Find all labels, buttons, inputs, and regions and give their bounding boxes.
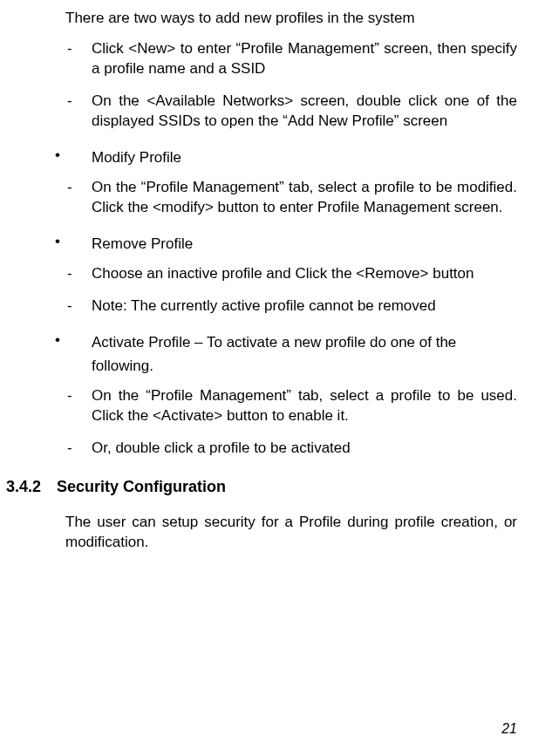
dash-marker-icon: - <box>65 178 92 218</box>
bullet-heading: • Modify Profile <box>55 146 517 169</box>
section-body-text: The user can setup security for a Profil… <box>65 513 517 553</box>
list-item-text: Choose an inactive profile and Click the… <box>92 264 517 284</box>
bullet-heading: • Remove Profile <box>55 232 517 255</box>
intro-text: There are two ways to add new profiles i… <box>65 9 517 29</box>
list-item-text: On the “Profile Management” tab, select … <box>92 386 517 426</box>
list-item-text: On the “Profile Management” tab, select … <box>92 178 517 218</box>
section-heading: 3.4.2 Security Configuration <box>6 476 517 497</box>
section-number: 3.4.2 <box>6 476 57 497</box>
dash-marker-icon: - <box>65 439 92 459</box>
list-item-text: Click <New> to enter “Profile Management… <box>92 39 517 79</box>
page-number: 21 <box>501 721 517 737</box>
list-item-text: Note: The currently active profile canno… <box>92 296 517 317</box>
dash-marker-icon: - <box>65 92 92 132</box>
list-item: - On the “Profile Management” tab, selec… <box>65 386 517 426</box>
document-page: There are two ways to add new profiles i… <box>65 9 517 553</box>
bullet-heading-text: Activate Profile – To activate a new pro… <box>92 330 517 378</box>
list-item-text: Or, double click a profile to be activat… <box>92 439 517 459</box>
bullet-icon: • <box>55 232 92 255</box>
bullet-icon: • <box>55 330 92 378</box>
bullet-heading-text: Modify Profile <box>92 146 517 169</box>
list-item: - On the “Profile Management” tab, selec… <box>65 178 517 218</box>
list-item: - Note: The currently active profile can… <box>65 296 517 317</box>
bullet-heading: • Activate Profile – To activate a new p… <box>55 330 517 378</box>
dash-marker-icon: - <box>65 39 92 79</box>
dash-marker-icon: - <box>65 386 92 426</box>
dash-marker-icon: - <box>65 296 92 317</box>
list-item-text: On the <Available Networks> screen, doub… <box>92 92 517 132</box>
bullet-icon: • <box>55 146 92 169</box>
list-item: - Choose an inactive profile and Click t… <box>65 264 517 284</box>
list-item: - Click <New> to enter “Profile Manageme… <box>65 39 517 79</box>
list-item: - On the <Available Networks> screen, do… <box>65 92 517 132</box>
bullet-heading-text: Remove Profile <box>92 232 517 255</box>
dash-marker-icon: - <box>65 264 92 284</box>
list-item: - Or, double click a profile to be activ… <box>65 439 517 459</box>
section-title: Security Configuration <box>57 476 517 497</box>
